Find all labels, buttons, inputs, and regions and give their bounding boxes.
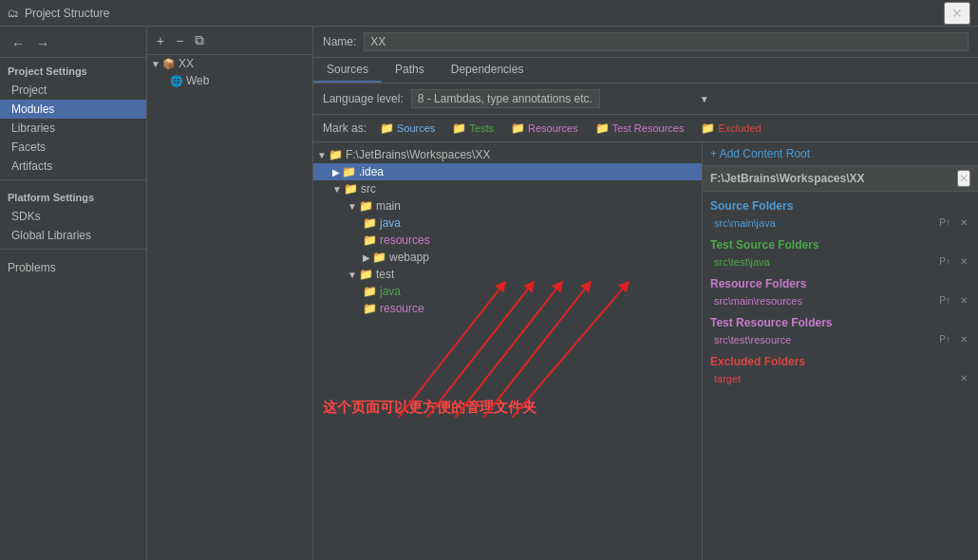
sidebar-item-libraries[interactable]: Libraries [0, 119, 146, 138]
sidebar-item-modules[interactable]: Modules [0, 100, 146, 119]
file-tree-resource-test[interactable]: 📁 resource [313, 300, 702, 317]
test-resource-folder-path: src\test\resource [714, 334, 936, 345]
expand-arrow: ▼ [151, 59, 160, 69]
file-tree-root[interactable]: ▼ 📁 F:\JetBrains\Workspaces\XX [313, 146, 702, 163]
sidebar: ← → Project Settings Project Modules Lib… [0, 27, 147, 560]
source-folder-item: src\main\java P↑ ✕ [703, 215, 978, 231]
resource-folder-actions: P↑ ✕ [936, 294, 970, 307]
src-arrow-icon: ▼ [332, 184, 342, 195]
resource-folders-section: Resource Folders src\main\resources P↑ ✕ [703, 273, 978, 308]
excluded-folders-title: Excluded Folders [703, 351, 978, 370]
test-source-folder-item: src\test\java P↑ ✕ [703, 253, 978, 270]
tab-dependencies[interactable]: Dependencies [438, 58, 537, 83]
resource-test-label: resource [380, 302, 424, 315]
module-icon: 📦 [162, 58, 176, 70]
sidebar-divider [0, 179, 146, 180]
test-resource-folder-item: src\test\resource P↑ ✕ [703, 331, 978, 347]
tabs-bar: Sources Paths Dependencies [313, 58, 978, 84]
resource-folder-remove-btn[interactable]: ✕ [957, 294, 970, 307]
sidebar-divider2 [0, 249, 146, 250]
annotation-text: 这个页面可以更方便的管理文件夹 [323, 399, 536, 417]
right-panel-header: + Add Content Root [703, 142, 978, 166]
tab-paths[interactable]: Paths [382, 58, 438, 83]
split-area: ▼ 📁 F:\JetBrains\Workspaces\XX ▶ 📁 .idea… [313, 142, 978, 560]
source-folder-pkg-btn[interactable]: P↑ [936, 216, 953, 229]
dropdown-arrow-icon: ▼ [700, 94, 709, 104]
file-tree-java-test[interactable]: 📁 java [313, 283, 702, 300]
module-label: XX [179, 57, 194, 70]
root-arrow-icon: ▼ [317, 150, 327, 160]
tab-sources[interactable]: Sources [313, 58, 382, 83]
name-input[interactable] [364, 32, 969, 51]
test-source-folder-remove-btn[interactable]: ✕ [957, 255, 970, 268]
test-source-folder-pkg-btn[interactable]: P↑ [936, 255, 953, 268]
title-bar-title: Project Structure [25, 7, 109, 20]
file-tree-test[interactable]: ▼ 📁 test [313, 266, 702, 283]
file-tree-area: ▼ 📁 F:\JetBrains\Workspaces\XX ▶ 📁 .idea… [313, 142, 703, 560]
mark-excluded-button[interactable]: 📁 Excluded [697, 120, 764, 137]
resources-label: resources [380, 233, 430, 247]
web-icon: 🌐 [170, 75, 183, 87]
copy-module-button[interactable]: ⧉ [191, 30, 208, 50]
mark-sources-button[interactable]: 📁 Sources [376, 120, 439, 137]
idea-arrow-icon: ▶ [332, 167, 340, 177]
mark-resources-button[interactable]: 📁 Resources [507, 120, 582, 137]
name-bar: Name: [313, 27, 978, 58]
test-source-folders-section: Test Source Folders src\test\java P↑ ✕ [703, 234, 978, 270]
sidebar-item-global-libraries[interactable]: Global Libraries [0, 226, 146, 245]
platform-settings-label: Platform Settings [0, 184, 146, 207]
resources-folder-icon: 📁 [511, 121, 525, 135]
sidebar-item-facets[interactable]: Facets [0, 138, 146, 157]
excluded-folder-item: target ✕ [703, 370, 978, 386]
mark-test-resources-label: Test Resources [612, 122, 685, 134]
sidebar-item-project[interactable]: Project [0, 81, 146, 100]
file-tree-webapp[interactable]: ▶ 📁 webapp [313, 249, 702, 266]
add-content-root-button[interactable]: + Add Content Root [710, 147, 810, 160]
close-button[interactable]: ✕ [944, 2, 970, 25]
source-folders-section: Source Folders src\main\java P↑ ✕ [703, 196, 978, 231]
mark-bar: Mark as: 📁 Sources 📁 Tests 📁 Resources 📁… [313, 115, 978, 142]
file-tree-idea[interactable]: ▶ 📁 .idea [313, 163, 702, 180]
java-main-label: java [380, 216, 401, 230]
src-folder-icon: 📁 [344, 182, 358, 196]
main-label: main [376, 199, 401, 213]
excluded-folder-remove-btn[interactable]: ✕ [957, 372, 970, 384]
nav-back-button[interactable]: ← [8, 34, 28, 53]
test-resource-folders-section: Test Resource Folders src\test\resource … [703, 312, 978, 347]
remove-module-button[interactable]: − [172, 31, 187, 50]
module-tree-panel: + − ⧉ ▼ 📦 XX 🌐 Web [147, 27, 313, 560]
file-tree-java-main[interactable]: 📁 java [313, 215, 702, 232]
right-path-close-button[interactable]: ✕ [957, 170, 970, 187]
lang-bar: Language level: 8 - Lambdas, type annota… [313, 84, 978, 115]
nav-forward-button[interactable]: → [32, 34, 53, 53]
root-folder-icon: 📁 [329, 148, 343, 161]
module-node-web[interactable]: 🌐 Web [147, 72, 312, 89]
resources-folder-icon-tree: 📁 [363, 233, 377, 247]
module-node-xx[interactable]: ▼ 📦 XX [147, 55, 312, 72]
test-source-folders-title: Test Source Folders [703, 234, 978, 253]
test-resource-folder-remove-btn[interactable]: ✕ [957, 333, 970, 345]
file-tree-resources[interactable]: 📁 resources [313, 232, 702, 249]
mark-label: Mark as: [323, 121, 367, 135]
mark-test-resources-button[interactable]: 📁 Test Resources [592, 120, 688, 137]
sidebar-item-sdks[interactable]: SDKs [0, 207, 146, 226]
title-bar: 🗂 Project Structure ✕ [0, 0, 978, 27]
lang-select-wrap: 8 - Lambdas, type annotations etc. ▼ [411, 89, 715, 108]
sidebar-item-artifacts[interactable]: Artifacts [0, 157, 146, 176]
mark-tests-button[interactable]: 📁 Tests [448, 120, 498, 137]
java-main-folder-icon: 📁 [363, 216, 377, 230]
webapp-arrow-icon: ▶ [363, 252, 370, 263]
file-tree-src[interactable]: ▼ 📁 src [313, 180, 702, 197]
test-resource-folder-pkg-btn[interactable]: P↑ [936, 333, 953, 345]
lang-select[interactable]: 8 - Lambdas, type annotations etc. [411, 89, 600, 108]
sidebar-item-problems[interactable]: Problems [0, 253, 146, 282]
file-tree-main[interactable]: ▼ 📁 main [313, 197, 702, 215]
idea-label: .idea [359, 165, 384, 178]
resource-folders-title: Resource Folders [703, 273, 978, 292]
source-folder-remove-btn[interactable]: ✕ [957, 216, 970, 229]
add-module-button[interactable]: + [153, 31, 168, 50]
resource-folder-pkg-btn[interactable]: P↑ [936, 294, 953, 307]
name-label: Name: [323, 35, 356, 48]
webapp-label: webapp [389, 251, 429, 264]
idea-folder-icon: 📁 [342, 165, 356, 178]
